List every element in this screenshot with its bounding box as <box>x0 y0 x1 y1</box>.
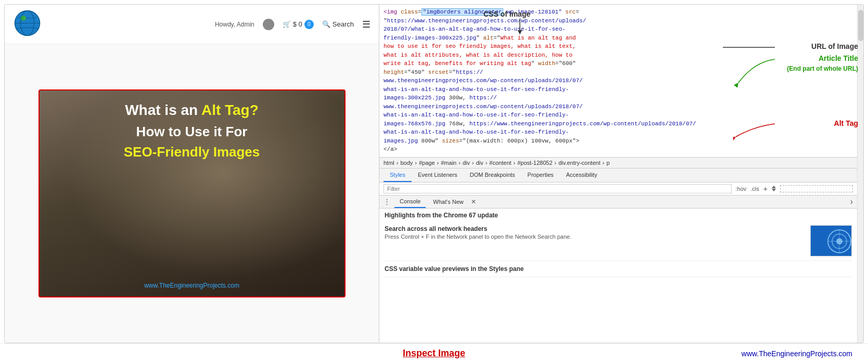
console-content: Highlights from the Chrome 67 update Sea… <box>379 209 857 280</box>
svg-point-4 <box>23 17 26 20</box>
content-row: Howdy, Admin 🛒 $ 0 0 🔍 Search ☰ <box>4 4 864 343</box>
console-highlights-title: Highlights from the Chrome 67 update <box>385 212 852 219</box>
filter-arrows <box>772 186 776 191</box>
article-image-card: What is an Alt Tag? How to Use it For SE… <box>39 89 346 297</box>
cart-button[interactable]: 🛒 $ 0 0 <box>283 20 314 29</box>
site-footer-link[interactable]: www.TheEngineeringProjects.com <box>742 349 852 358</box>
console-section-css-text: CSS variable value previews in the Style… <box>385 265 852 273</box>
filter-hov-button[interactable]: :hov <box>736 186 747 192</box>
bottom-right: www.TheEngineeringProjects.com <box>573 349 852 358</box>
filter-dashed-box <box>780 185 853 192</box>
howdy-admin-text: Howdy, Admin <box>215 21 254 28</box>
devtools-scrollbar-thumb[interactable] <box>858 10 863 41</box>
website-preview: Howdy, Admin 🛒 $ 0 0 🔍 Search ☰ <box>5 5 379 343</box>
breadcrumb-content[interactable]: #content <box>489 160 511 166</box>
devtools-panel: <img class="imgBorders aligncenter wp-im… <box>379 5 863 343</box>
search-icon: 🔍 <box>322 20 330 28</box>
breadcrumb-sep9: › <box>603 160 605 166</box>
cart-count-badge: 0 <box>304 20 314 29</box>
breadcrumb-post[interactable]: #post-128052 <box>517 160 552 166</box>
breadcrumb-entry[interactable]: div.entry-content <box>558 160 601 166</box>
console-expand-button[interactable]: › <box>850 197 853 206</box>
breadcrumb-body[interactable]: body <box>400 160 413 166</box>
globe-icon <box>13 9 42 37</box>
featured-image-area: What is an Alt Tag? How to Use it For SE… <box>5 44 379 343</box>
search-button[interactable]: 🔍 Search <box>322 20 354 28</box>
breadcrumb-div2[interactable]: div <box>476 160 483 166</box>
breadcrumb-p[interactable]: p <box>606 160 609 166</box>
breadcrumb-sep4: › <box>458 160 461 166</box>
network-panel-icon <box>811 226 852 256</box>
console-section-css-vars: CSS variable value previews in the Style… <box>385 261 852 277</box>
article-title-line1: What is an Alt Tag? <box>50 101 334 120</box>
article-watermark: www.TheEngineeringProjects.com <box>40 282 344 289</box>
console-section-network-search: Search across all network headers Press … <box>385 221 852 261</box>
console-close-button[interactable]: ✕ <box>471 198 476 205</box>
devtools-inner: <img class="imgBorders aligncenter wp-im… <box>379 5 857 343</box>
article-title-overlay: What is an Alt Tag? How to Use it For SE… <box>40 90 344 171</box>
tab-accessibility[interactable]: Accessibility <box>560 168 604 182</box>
breadcrumb-div1[interactable]: div <box>463 160 470 166</box>
console-section-network-text: Search across all network headers Press … <box>385 225 810 240</box>
article-title-line2: How to Use it For <box>50 124 334 140</box>
filter-arrow-up[interactable] <box>772 186 776 188</box>
tab-dom-breakpoints[interactable]: DOM Breakpoints <box>464 168 521 182</box>
breadcrumb-sep8: › <box>555 160 557 166</box>
console-css-title: CSS variable value previews in the Style… <box>385 265 852 273</box>
cart-price: $ 0 <box>293 20 302 28</box>
styles-filter-input[interactable] <box>384 184 732 193</box>
tab-styles[interactable]: Styles <box>384 168 412 182</box>
breadcrumb-sep7: › <box>514 160 516 166</box>
devtools-and-annotations: CSS of Image URL of Image Article <box>379 5 863 343</box>
devtools-source-code: <img class="imgBorders aligncenter wp-im… <box>379 5 857 158</box>
admin-avatar <box>263 19 274 30</box>
tab-console[interactable]: Console <box>394 196 426 208</box>
breadcrumb-main[interactable]: #main <box>441 160 456 166</box>
site-logo <box>13 9 42 40</box>
filter-cls-button[interactable]: .cls <box>750 186 759 192</box>
tab-properties[interactable]: Properties <box>521 168 560 182</box>
cart-icon: 🛒 <box>283 20 291 28</box>
article-title-line3: SEO-Friendly Images <box>50 144 334 160</box>
search-label: Search <box>333 20 354 28</box>
devtools-scrollbar[interactable] <box>857 5 863 343</box>
hamburger-menu-icon[interactable]: ☰ <box>362 19 371 30</box>
inspect-image-link[interactable]: Inspect Image <box>295 348 573 359</box>
tab-whats-new[interactable]: What's New <box>428 196 468 208</box>
console-network-title: Search across all network headers <box>385 225 810 232</box>
filter-arrow-down[interactable] <box>772 189 776 191</box>
breadcrumb-sep6: › <box>486 160 488 166</box>
filter-add-button[interactable]: + <box>763 185 768 193</box>
breadcrumb-sep5: › <box>472 160 474 166</box>
title-alt-tag-highlight: Alt Tag? <box>201 102 259 118</box>
breadcrumb-sep2: › <box>415 160 417 166</box>
console-network-desc: Press Control + F in the Network panel t… <box>385 234 810 240</box>
devtools-breadcrumb: html › body › #page › #main › div › div … <box>379 158 857 168</box>
devtools-filter-row: :hov .cls + <box>379 183 857 196</box>
breadcrumb-page[interactable]: #page <box>419 160 435 166</box>
site-header: Howdy, Admin 🛒 $ 0 0 🔍 Search ☰ <box>5 5 379 44</box>
breadcrumb-html[interactable]: html <box>384 160 394 166</box>
page-wrapper: Howdy, Admin 🛒 $ 0 0 🔍 Search ☰ <box>0 0 868 363</box>
title-text-part1: What is an <box>125 102 201 118</box>
devtools-tabs: Styles Event Listeners DOM Breakpoints P… <box>379 168 857 183</box>
console-section-network-img <box>810 225 852 256</box>
bottom-bar: Inspect Image www.TheEngineeringProjects… <box>0 343 868 363</box>
console-grip-icon[interactable]: ⋮ <box>384 198 390 205</box>
breadcrumb-sep1: › <box>397 160 399 166</box>
breadcrumb-sep3: › <box>437 160 439 166</box>
tab-event-listeners[interactable]: Event Listeners <box>412 168 464 182</box>
console-tabs: ⋮ Console What's New ✕ › <box>379 196 857 209</box>
